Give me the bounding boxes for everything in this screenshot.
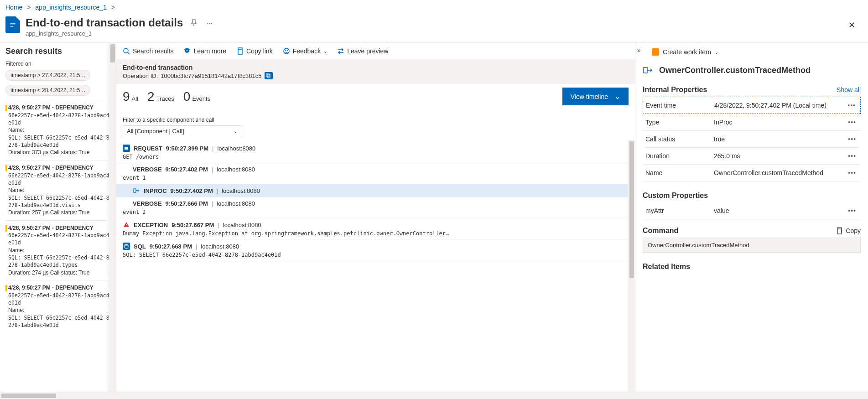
search-icon [123, 47, 130, 55]
timeline-row[interactable]: REQUEST9:50:27.399 PM|localhost:8080GET … [116, 142, 635, 163]
search-result-item[interactable]: 4/28, 9:50:27 PM - DEPENDENCY66e2257c-e5… [5, 160, 111, 220]
sidebar-scrollbar[interactable] [109, 43, 116, 396]
close-button[interactable]: ✕ [841, 16, 863, 34]
search-result-item[interactable]: 4/28, 9:50:27 PM - DEPENDENCY66e2257c-e5… [5, 280, 111, 332]
sidebar-title: Search results [5, 47, 111, 56]
svg-line-4 [128, 52, 130, 54]
property-value: OwnerController.customTracedMethod [714, 169, 846, 176]
timeline-time: 9:50:27.399 PM [166, 145, 208, 152]
severity-accent [5, 165, 7, 171]
property-value: 265.0 ms [714, 152, 846, 160]
svg-rect-9 [267, 74, 270, 78]
chevron-down-icon: ⌄ [614, 92, 620, 101]
filter-pill[interactable]: timestamp < 28.4.2022, 21:5… [5, 85, 90, 96]
filter-component-select[interactable]: All [Component | Call] ⌄ [123, 125, 241, 137]
svg-rect-2 [10, 26, 13, 26]
timeline-type: SQL [134, 243, 146, 250]
property-value: true [714, 135, 846, 143]
timeline-time: 9:50:27.402 PM [166, 166, 208, 173]
inproc-icon [643, 65, 654, 76]
learn-icon [183, 47, 191, 55]
chevron-down-icon: ⌄ [715, 50, 718, 55]
timeline-row[interactable]: SQL9:50:27.668 PM|localhost:8080SQL: SEL… [116, 240, 635, 261]
property-more-button[interactable]: ••• [846, 135, 858, 143]
timeline-body: event 2 [123, 209, 629, 215]
filtered-on-label: Filtered on [5, 61, 111, 67]
transaction-pane: Search results Learn more Copy link Feed… [116, 43, 635, 396]
leave-preview-button[interactable]: Leave preview [337, 47, 388, 55]
timeline-row[interactable]: INPROC9:50:27.402 PM|localhost:8080 [116, 184, 635, 197]
learn-more-button[interactable]: Learn more [183, 47, 226, 55]
svg-rect-5 [238, 49, 242, 54]
result-id: 66e2257c-e5ed-4042-8278-1abd9ac4e01d [8, 172, 111, 187]
exception-icon [123, 221, 130, 228]
search-results-button[interactable]: Search results [123, 47, 173, 55]
sql-icon [123, 243, 130, 250]
horizontal-scrollbar[interactable] [0, 392, 868, 396]
more-button[interactable]: ⋯ [205, 18, 214, 28]
create-work-item-button[interactable]: Create work item ⌄ [652, 47, 861, 62]
show-all-link[interactable]: Show all [837, 86, 861, 93]
stats-row: 9All 2Traces 0Events View timeline ⌄ [116, 84, 635, 111]
svg-rect-16 [644, 67, 647, 73]
details-pane: » Create work item ⌄ OwnerController.cus… [635, 43, 868, 396]
filter-pill[interactable]: timestamp > 27.4.2022, 21:5… [5, 70, 90, 81]
chevron-down-icon: ⌄ [323, 49, 327, 54]
breadcrumb-home[interactable]: Home [5, 4, 22, 11]
copy-operation-id-button[interactable] [265, 72, 273, 79]
property-row: Event time4/28/2022, 9:50:27.402 PM (Loc… [643, 97, 861, 114]
command-value: OwnerController.customTracedMethod [643, 238, 861, 253]
property-key: Name [645, 169, 714, 176]
filter-component-label: Filter to a specific component and call [123, 117, 629, 123]
chevron-down-icon: ⌄ [234, 129, 237, 134]
svg-rect-17 [837, 229, 842, 234]
stat-all-label: All [132, 95, 138, 102]
expand-details-button[interactable]: » [637, 47, 641, 54]
result-heading: 4/28, 9:50:27 PM - DEPENDENCY [8, 284, 111, 292]
result-name-label: Name: [8, 247, 111, 254]
result-sql: SQL: SELECT 66e2257c-e5ed-4042-8278-1abd… [8, 134, 111, 149]
timeline-body: Dummy Exception java.lang.Exception at o… [123, 230, 629, 237]
svg-point-6 [284, 48, 289, 54]
result-name-label: Name: [8, 306, 111, 314]
timeline-row[interactable]: EXCEPTION9:50:27.667 PM|localhost:8080Du… [116, 218, 635, 240]
feedback-button[interactable]: Feedback ⌄ [283, 47, 327, 55]
timeline-body: event 1 [123, 175, 629, 181]
stat-traces-count: 2 [147, 89, 155, 104]
breadcrumb-resource[interactable]: app_insights_resource_1 [35, 4, 106, 11]
svg-point-15 [125, 244, 128, 246]
copy-link-button[interactable]: Copy link [236, 47, 273, 55]
related-items-title: Related Items [643, 263, 690, 271]
view-timeline-button[interactable]: View timeline ⌄ [562, 88, 629, 105]
search-result-item[interactable]: 4/28, 9:50:27 PM - DEPENDENCY66e2257c-e5… [5, 100, 111, 160]
result-duration: Duration: 257 µs Call status: True [8, 209, 111, 217]
search-result-item[interactable]: 4/28, 9:50:27 PM - DEPENDENCY66e2257c-e5… [5, 220, 111, 280]
stat-traces-label: Traces [156, 95, 174, 102]
property-more-button[interactable]: ••• [846, 169, 858, 176]
property-more-button[interactable]: ••• [846, 207, 858, 214]
operation-id-label: Operation ID: [123, 73, 158, 79]
result-duration: Duration: 373 µs Call status: True [8, 149, 111, 156]
work-item-icon [652, 48, 659, 56]
copy-icon [236, 47, 244, 55]
svg-rect-10 [266, 73, 269, 77]
timeline-body: SQL: SELECT 66e2257c-e5ed-4042-8278-1abd… [123, 252, 629, 258]
timeline-type: REQUEST [134, 145, 162, 152]
property-more-button[interactable]: ••• [846, 152, 858, 160]
timeline-row[interactable]: VERBOSE9:50:27.402 PM|localhost:8080even… [116, 163, 635, 184]
svg-point-8 [287, 50, 287, 51]
copy-command-button[interactable]: Copy [836, 227, 861, 234]
timeline-time: 9:50:27.666 PM [166, 200, 208, 207]
pin-button[interactable] [188, 17, 199, 28]
property-more-button[interactable]: ••• [846, 102, 858, 109]
timeline-type: EXCEPTION [134, 222, 168, 228]
timeline-list: REQUEST9:50:27.399 PM|localhost:8080GET … [116, 140, 635, 396]
resource-icon [5, 16, 20, 33]
page-title: End-to-end transaction details [26, 16, 183, 29]
timeline-row[interactable]: VERBOSE9:50:27.666 PM|localhost:8080even… [116, 197, 635, 218]
property-more-button[interactable]: ••• [846, 119, 858, 126]
timeline-scrollbar[interactable] [628, 140, 635, 396]
e2e-title: End-to-end transaction [123, 64, 629, 71]
timeline-type: VERBOSE [133, 166, 162, 173]
custom-properties-title: Custom Properties [643, 192, 708, 200]
